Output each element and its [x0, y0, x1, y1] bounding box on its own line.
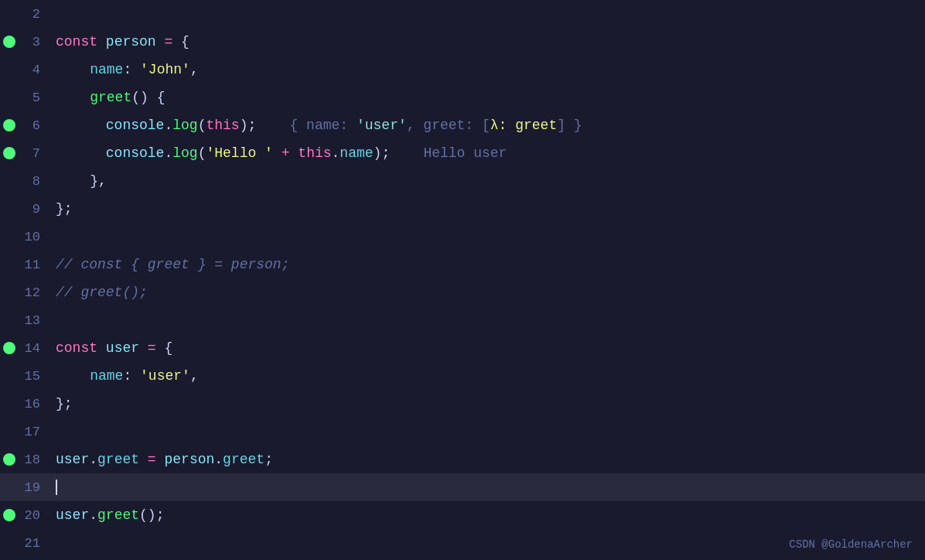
- code-line-16: 16 };: [0, 390, 925, 418]
- code-line-9: 9 };: [0, 195, 925, 223]
- code-line-6: 6 console.log(this); { name: 'user', gre…: [0, 111, 925, 139]
- line-number-14: 14: [15, 341, 53, 356]
- line-number-7: 7: [15, 146, 53, 161]
- breakpoint-12: [3, 286, 15, 299]
- code-line-3: 3 const person = {: [0, 28, 925, 56]
- line-content-5: greet() {: [53, 84, 925, 111]
- breakpoint-5: [3, 91, 15, 104]
- code-line-18: 18 user.greet = person.greet;: [0, 446, 925, 473]
- breakpoint-13: [3, 314, 15, 326]
- line-content-15: name: 'user',: [53, 362, 925, 390]
- breakpoint-6: [3, 119, 15, 131]
- code-line-14: 14 const user = {: [0, 334, 925, 362]
- line-number-9: 9: [15, 202, 53, 217]
- breakpoint-9: [3, 203, 15, 215]
- line-content-9: };: [53, 195, 925, 223]
- line-content-3: const person = {: [53, 28, 925, 56]
- code-line-7: 7 console.log('Hello ' + this.name); Hel…: [0, 139, 925, 167]
- breakpoint-15: [3, 370, 15, 382]
- breakpoint-17: [3, 425, 15, 438]
- breakpoint-21: [3, 537, 15, 549]
- code-line-17: 17: [0, 418, 925, 446]
- code-line-13: 13: [0, 306, 925, 334]
- line-content-12: // greet();: [53, 278, 925, 306]
- breakpoint-4: [3, 63, 15, 76]
- line-content-4: name: 'John',: [53, 56, 925, 84]
- line-number-18: 18: [15, 452, 53, 467]
- line-content-7: console.log('Hello ' + this.name); Hello…: [53, 139, 925, 167]
- line-number-11: 11: [15, 258, 53, 272]
- code-line-11: 11 // const { greet } = person;: [0, 251, 925, 278]
- line-number-3: 3: [15, 35, 53, 50]
- breakpoint-2: [3, 8, 15, 20]
- line-number-21: 21: [15, 536, 53, 551]
- line-content-14: const user = {: [53, 334, 925, 362]
- breakpoint-3: [3, 36, 15, 48]
- code-line-10: 10: [0, 223, 925, 251]
- code-line-12: 12 // greet();: [0, 278, 925, 306]
- code-line-20: 20 user.greet();: [0, 501, 925, 529]
- line-number-8: 8: [15, 174, 53, 189]
- line-content-8: },: [53, 167, 925, 195]
- line-number-13: 13: [15, 313, 53, 328]
- code-line-15: 15 name: 'user',: [0, 362, 925, 390]
- code-line-2: 2: [0, 0, 925, 28]
- breakpoint-18: [3, 453, 15, 466]
- breakpoint-8: [3, 175, 15, 187]
- line-number-20: 20: [15, 508, 53, 523]
- code-line-8: 8 },: [0, 167, 925, 195]
- breakpoint-7: [3, 147, 15, 159]
- code-editor: 2 3 const person = { 4 name: 'John', 5 g…: [0, 0, 925, 560]
- breakpoint-19: [3, 481, 15, 493]
- breakpoint-10: [3, 230, 15, 243]
- line-number-10: 10: [15, 230, 53, 244]
- line-number-15: 15: [15, 369, 53, 384]
- line-number-4: 4: [15, 63, 53, 77]
- line-content-11: // const { greet } = person;: [53, 251, 925, 278]
- code-line-4: 4 name: 'John',: [0, 56, 925, 84]
- code-line-19: 19: [0, 473, 925, 501]
- breakpoint-16: [3, 398, 15, 410]
- line-content-19: [53, 473, 925, 501]
- line-number-12: 12: [15, 285, 53, 300]
- code-line-5: 5 greet() {: [0, 84, 925, 111]
- line-number-19: 19: [15, 480, 53, 495]
- line-content-16: };: [53, 390, 925, 418]
- line-content-20: user.greet();: [53, 501, 925, 529]
- line-number-16: 16: [15, 397, 53, 411]
- line-content-6: console.log(this); { name: 'user', greet…: [53, 111, 925, 139]
- watermark: CSDN @GoldenaArcher: [789, 538, 913, 551]
- line-content-18: user.greet = person.greet;: [53, 446, 925, 473]
- line-number-2: 2: [15, 7, 53, 22]
- line-number-17: 17: [15, 425, 53, 439]
- line-number-5: 5: [15, 90, 53, 105]
- breakpoint-20: [3, 509, 15, 521]
- line-number-6: 6: [15, 118, 53, 133]
- breakpoint-11: [3, 258, 15, 271]
- breakpoint-14: [3, 342, 15, 354]
- code-line-21: 21: [0, 529, 925, 557]
